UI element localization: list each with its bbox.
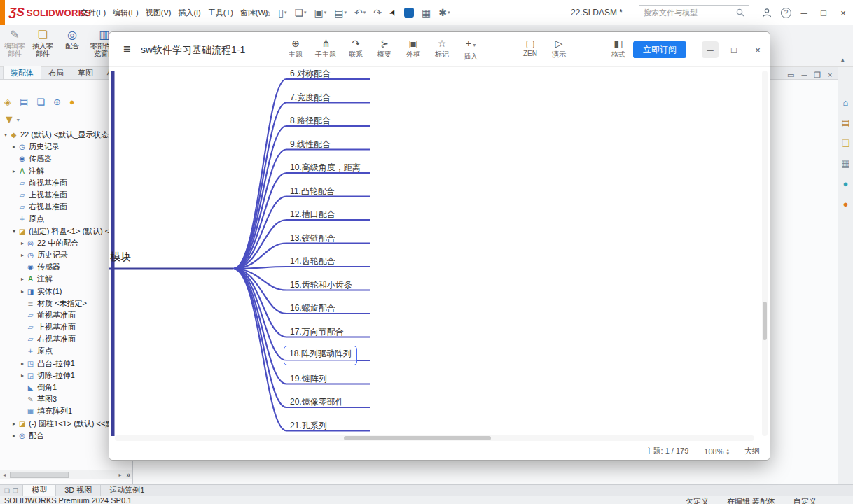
help-icon[interactable]: ? <box>781 8 791 18</box>
expand-arrow-icon[interactable]: ▸ <box>19 240 26 246</box>
tab-scroll-left-icon[interactable]: ❏ <box>4 487 10 494</box>
mindmap-topic[interactable]: 13.铰链配合 <box>290 232 335 244</box>
redo-icon[interactable]: ↷ <box>371 6 384 20</box>
expand-arrow-icon[interactable]: ▸ <box>11 168 18 174</box>
topic-button[interactable]: ⊕主题 <box>286 38 305 62</box>
mindmap-topic[interactable]: 14.齿轮配合 <box>290 255 335 267</box>
collapse-ribbon-icon[interactable]: ▴ <box>841 56 845 63</box>
search-input[interactable] <box>644 8 732 17</box>
options-gear-icon[interactable]: ✱▾ <box>436 6 452 20</box>
expand-arrow-icon[interactable]: ▸ <box>11 421 18 427</box>
mindmap-topic[interactable]: 17.万向节配合 <box>290 326 344 338</box>
resources-home-icon[interactable]: ⌂ <box>843 98 849 107</box>
parent-topic[interactable]: 模块 <box>110 251 131 264</box>
doc-tab-3D 视图[interactable]: 3D 视图 <box>56 485 101 496</box>
mindmap-topic[interactable]: 19.链阵列 <box>290 373 327 385</box>
view-palette-icon[interactable]: ▦ <box>841 159 849 168</box>
mindmap-topic[interactable]: 21.孔系列 <box>290 420 327 432</box>
print-icon[interactable]: ▤▾ <box>332 6 349 20</box>
menubar-item[interactable]: 视图(V) <box>142 0 175 25</box>
doc-cascade-icon[interactable]: ▭ <box>787 71 794 80</box>
expand-arrow-icon[interactable]: ▸ <box>19 252 26 258</box>
design-library-icon[interactable]: ▤ <box>841 118 849 127</box>
boundary-button[interactable]: ▣外框 <box>404 38 422 62</box>
pin-icon[interactable]: ✶ <box>247 6 259 20</box>
tab-scroll-right-icon[interactable]: ❐ <box>13 487 18 494</box>
expand-arrow-icon[interactable]: ▸ <box>19 276 26 282</box>
scrollbar-thumb[interactable] <box>344 436 491 440</box>
menubar-item[interactable]: 工具(T) <box>204 0 237 25</box>
panel-scrollbar[interactable]: ◂ ▸ » <box>0 470 132 479</box>
save-icon[interactable]: ▣▾ <box>312 6 329 20</box>
expand-arrow-icon[interactable]: ▸ <box>11 144 18 150</box>
expand-arrow-icon[interactable]: ▾ <box>2 132 9 138</box>
mindmap-topic[interactable]: 7.宽度配合 <box>290 92 331 104</box>
featuremanager-tab-icon[interactable]: ◈ <box>4 97 11 107</box>
account-icon[interactable] <box>761 7 772 18</box>
minimize-button[interactable]: ─ <box>794 0 814 25</box>
mindmap-close-button[interactable]: × <box>749 41 766 58</box>
ribbon-tab-布局[interactable]: 布局 <box>41 66 71 79</box>
menubar-item[interactable]: 文件(F) <box>77 0 109 25</box>
zen-mode-button[interactable]: ▢ZEN <box>521 38 539 59</box>
doc-close-icon[interactable]: × <box>828 71 832 80</box>
mindmap-topic[interactable]: 12.槽口配合 <box>290 209 335 220</box>
summary-button[interactable]: ⊱概要 <box>375 38 394 62</box>
mindmap-canvas[interactable]: 模块 6.对称配合7.宽度配合8.路径配合9.线性配合10.高级角度，距离11.… <box>109 67 770 443</box>
filter-icon[interactable]: ▼ <box>4 113 15 126</box>
panel-splitter[interactable]: » <box>126 471 130 479</box>
scroll-right-icon[interactable]: ▸ <box>116 472 124 478</box>
zoom-stepper-icon[interactable]: ▴▾ <box>726 448 729 455</box>
mindmap-topic[interactable]: 10.高级角度，距离 <box>290 162 361 174</box>
mindmap-horizontal-scrollbar[interactable] <box>115 435 754 441</box>
maximize-button[interactable]: □ <box>814 0 833 25</box>
open-icon[interactable]: ❏▾ <box>292 6 308 20</box>
close-button[interactable]: × <box>833 0 853 25</box>
present-button[interactable]: ▷演示 <box>550 38 568 59</box>
menubar-item[interactable]: 插入(I) <box>174 0 204 25</box>
ribbon-tab-草图[interactable]: 草图 <box>71 66 100 79</box>
filter-caret-icon[interactable]: ▾ <box>17 117 20 123</box>
scrollbar-thumb[interactable] <box>763 302 767 340</box>
search-box[interactable] <box>639 5 749 20</box>
custom-properties-icon[interactable]: ● <box>843 200 849 209</box>
marker-button[interactable]: ☆标记 <box>433 38 451 62</box>
dimxpert-tab-icon[interactable]: ⊕ <box>53 97 61 107</box>
doc-tab-运动算例1[interactable]: 运动算例1 <box>101 485 153 496</box>
scrollbar-thumb[interactable] <box>10 472 69 478</box>
undo-icon[interactable]: ↶▾ <box>352 6 368 20</box>
home-icon[interactable]: ⌂ <box>263 6 272 20</box>
new-doc-icon[interactable]: ▯▾ <box>276 6 289 20</box>
outline-button[interactable]: 大纲 <box>744 446 760 456</box>
3dexperience-icon[interactable] <box>402 6 416 19</box>
hamburger-menu-icon[interactable]: ≡ <box>123 42 131 57</box>
zoom-control[interactable]: 108% ▴▾ <box>704 447 729 456</box>
mindmap-topic[interactable]: 16.螺旋配合 <box>290 302 335 314</box>
select-cursor-icon[interactable]: ➤ <box>387 6 398 19</box>
mindmap-topic[interactable]: 18.阵列驱动阵列 <box>284 346 357 365</box>
doc-tab-模型[interactable]: 模型 <box>22 485 56 496</box>
expand-arrow-icon[interactable]: ▸ <box>19 372 26 379</box>
property-manager-tab-icon[interactable]: ▤ <box>20 97 28 107</box>
mindmap-vertical-scrollbar[interactable] <box>762 71 768 436</box>
expand-arrow-icon[interactable]: ▸ <box>19 288 26 295</box>
mindmap-topic[interactable]: 15.齿轮和小齿条 <box>290 279 352 291</box>
mindmap-topic[interactable]: 6.对称配合 <box>290 68 331 80</box>
mindmap-maximize-button[interactable]: □ <box>726 41 742 58</box>
insert-button[interactable]: + ▾插入 <box>462 38 480 62</box>
format-button[interactable]: ◧ 格式 <box>609 38 627 59</box>
insert-component-button[interactable]: ❏插入零 部件 <box>28 29 57 57</box>
expand-arrow-icon[interactable]: ▸ <box>19 360 26 367</box>
relationship-button[interactable]: ↷联系 <box>347 38 365 62</box>
mindmap-topic[interactable]: 11.凸轮配合 <box>290 186 335 197</box>
mindmap-minimize-button[interactable]: ─ <box>702 41 719 58</box>
display-settings-icon[interactable]: ▦ <box>419 6 433 20</box>
subtopic-button[interactable]: ⋔子主题 <box>315 38 336 62</box>
menubar-item[interactable]: 编辑(E) <box>109 0 142 25</box>
search-icon[interactable] <box>736 8 744 17</box>
expand-arrow-icon[interactable]: ▸ <box>11 433 18 439</box>
file-explorer-icon[interactable]: ❏ <box>842 139 850 148</box>
display-manager-tab-icon[interactable]: ● <box>69 97 75 107</box>
appearances-icon[interactable]: ● <box>843 179 849 188</box>
configuration-manager-tab-icon[interactable]: ❏ <box>36 97 45 107</box>
